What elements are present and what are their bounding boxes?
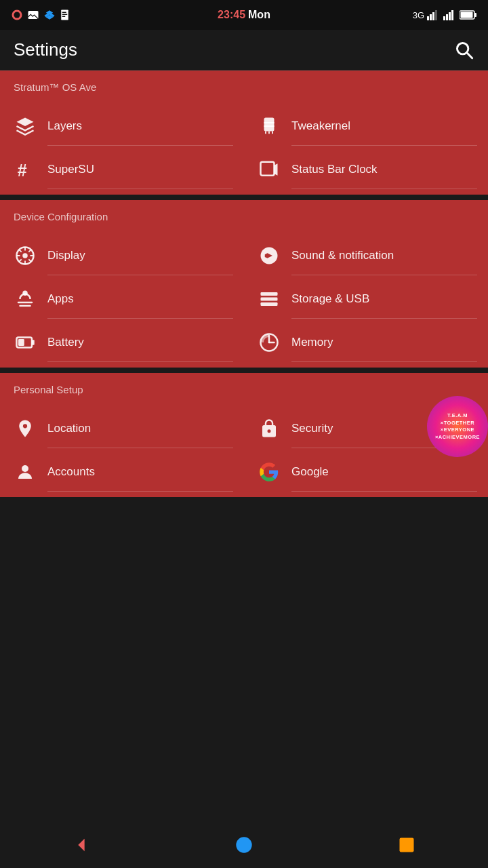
section-device-header: Device Configuration [0, 200, 488, 229]
location-icon [14, 417, 37, 440]
status-left-icons [11, 9, 72, 21]
statusbarclock-icon [258, 158, 281, 181]
tweakernel-icon [258, 115, 281, 138]
status-day: Mon [248, 9, 270, 21]
settings-item-layers[interactable]: Layers [0, 102, 244, 146]
svg-point-37 [23, 424, 27, 428]
settings-item-memory[interactable]: Memory [244, 319, 488, 362]
svg-point-28 [22, 253, 28, 258]
app-icon-4 [60, 9, 72, 21]
svg-point-38 [22, 465, 28, 472]
section-stratum-header: Stratum™ OS Ave [0, 71, 488, 100]
settings-item-location[interactable]: Location [0, 405, 244, 448]
accounts-label: Accounts [47, 465, 95, 479]
recents-icon [397, 835, 416, 854]
page-title: Settings [14, 39, 77, 60]
settings-item-display[interactable]: Display [0, 232, 244, 275]
svg-rect-32 [261, 302, 278, 306]
statusbarclock-label: Status Bar Clock [291, 163, 378, 176]
svg-rect-35 [18, 339, 24, 346]
app-bar: Settings [0, 30, 488, 71]
app-icon-3 [43, 9, 56, 21]
memory-label: Memory [291, 336, 333, 349]
accounts-icon [14, 460, 37, 484]
storage-icon [258, 288, 281, 311]
home-icon [235, 835, 253, 854]
svg-rect-18 [451, 10, 453, 20]
network-label: 3G [413, 10, 424, 20]
location-label: Location [47, 422, 91, 435]
search-button[interactable] [454, 40, 474, 60]
display-label: Display [47, 249, 85, 262]
status-time-area: 23:45 Mon [218, 9, 270, 21]
section-device: Device Configuration Display [0, 200, 488, 368]
app-icon-2 [27, 9, 39, 21]
svg-rect-10 [62, 16, 66, 18]
svg-rect-31 [261, 298, 278, 301]
section-personal-header: Personal Setup [0, 373, 488, 402]
google-label: Google [291, 465, 329, 479]
home-button[interactable] [224, 825, 264, 865]
sound-label: Sound & notification [291, 249, 394, 262]
app-icon-1 [11, 9, 23, 21]
layers-label: Layers [47, 119, 82, 133]
svg-rect-20 [474, 13, 476, 17]
svg-rect-21 [461, 12, 473, 18]
svg-rect-8 [62, 12, 66, 14]
svg-point-40 [236, 837, 251, 852]
section-personal: Personal Setup Location [0, 373, 488, 497]
security-label: Security [291, 422, 333, 435]
settings-item-supersu[interactable]: # SuperSU [0, 146, 244, 189]
svg-rect-12 [430, 14, 432, 20]
svg-rect-34 [32, 340, 35, 345]
svg-rect-26 [261, 162, 274, 176]
content-wrapper: T.E.A.M×TOGETHER×EVERYONE×ACHIEVEMORE St… [0, 71, 488, 549]
display-icon [14, 244, 37, 267]
supersu-label: SuperSU [47, 163, 94, 176]
status-time: 23:45 [218, 9, 245, 21]
settings-item-statusbarclock[interactable]: Status Bar Clock [244, 146, 488, 189]
settings-item-battery[interactable]: Battery [0, 319, 244, 362]
nav-bar [0, 822, 488, 868]
back-button[interactable] [61, 825, 102, 865]
svg-line-23 [467, 53, 472, 58]
layers-icon [14, 115, 37, 138]
team-watermark: T.E.A.M×TOGETHER×EVERYONE×ACHIEVEMORE [427, 396, 488, 457]
status-bar: 23:45 Mon 3G [0, 0, 488, 30]
memory-icon [258, 331, 281, 354]
signal-icon [427, 9, 441, 20]
recents-button[interactable] [386, 825, 427, 865]
security-icon [258, 417, 281, 440]
svg-rect-24 [264, 118, 274, 132]
svg-rect-17 [449, 12, 451, 20]
settings-item-sound[interactable]: Sound & notification [244, 232, 488, 275]
svg-marker-39 [78, 839, 84, 852]
battery-label: Battery [47, 336, 84, 349]
svg-rect-15 [443, 16, 445, 20]
apps-icon [14, 288, 37, 311]
status-right-icons: 3G [413, 9, 477, 20]
back-icon [72, 835, 91, 854]
svg-rect-9 [62, 14, 68, 16]
sound-icon [258, 244, 281, 267]
settings-item-tweakernel[interactable]: Tweakernel [244, 102, 488, 146]
tweakernel-label: Tweakernel [291, 119, 350, 133]
svg-point-1 [14, 12, 20, 18]
svg-rect-14 [435, 10, 437, 20]
svg-rect-13 [432, 12, 434, 20]
storage-label: Storage & USB [291, 292, 369, 306]
settings-item-accounts[interactable]: Accounts [0, 448, 244, 492]
battery-icon [14, 331, 37, 354]
svg-rect-16 [446, 14, 448, 20]
settings-item-storage[interactable]: Storage & USB [244, 275, 488, 319]
section-stratum: Stratum™ OS Ave Layers [0, 71, 488, 195]
stratum-grid: Layers Tweakernel # Su [0, 100, 488, 195]
svg-rect-30 [261, 292, 278, 296]
apps-label: Apps [47, 292, 74, 306]
settings-item-apps[interactable]: Apps [0, 275, 244, 319]
battery-status-icon [460, 10, 477, 20]
google-icon [258, 460, 281, 484]
personal-grid: Location Security Acc [0, 402, 488, 497]
search-icon [455, 41, 474, 60]
supersu-icon: # [14, 158, 37, 181]
